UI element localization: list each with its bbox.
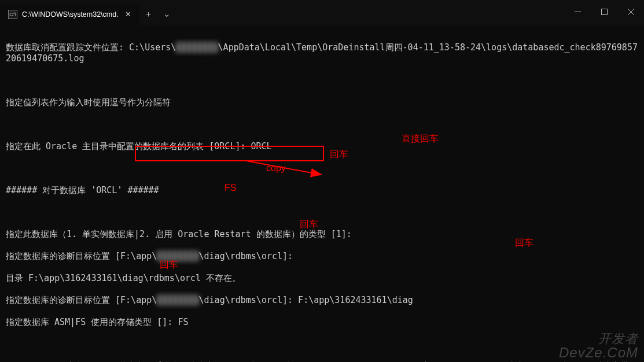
window-controls — [564, 0, 644, 25]
output-line: 指定值列表作为输入时使用逗号作为分隔符 — [6, 97, 638, 108]
output-line: 目录 F:\app\3162433161\diag\rdbms\orcl 不存在… — [6, 273, 638, 284]
tab-title: C:\WINDOWS\system32\cmd. — [22, 10, 119, 19]
close-window-button[interactable] — [617, 0, 644, 23]
output-line: 指定数据库 ASM|FS 使用的存储类型 []: FS — [6, 317, 638, 328]
maximize-button[interactable] — [591, 0, 617, 23]
titlebar-drag-area[interactable] — [176, 0, 564, 25]
output-line: 指定数据库的诊断目标位置 [F:\app\████████\diag\rdbms… — [6, 251, 638, 262]
output-line: 指定此数据库（1. 单实例数据库|2. 启用 Oracle Restart 的数… — [6, 229, 638, 240]
output-line: 数据库取消配置跟踪文件位置: C:\Users\████████\AppData… — [6, 42, 638, 64]
cmd-icon: C:\ — [8, 10, 17, 19]
window-tab[interactable]: C:\ C:\WINDOWS\system32\cmd. ✕ — [0, 3, 139, 25]
svg-rect-1 — [601, 9, 607, 14]
terminal-pane[interactable]: 数据库取消配置跟踪文件位置: C:\Users\████████\AppData… — [0, 25, 644, 362]
output-line: 指定在此 Oracle 主目录中配置的数据库名的列表 [ORCL]: ORCL — [6, 141, 638, 152]
output-line: ###### 对于数据库 'ORCL' ###### — [6, 185, 638, 196]
window-titlebar: C:\ C:\WINDOWS\system32\cmd. ✕ ＋ ⌄ — [0, 0, 644, 25]
tab-close-button[interactable]: ✕ — [123, 9, 134, 20]
watermark: 开发者 DevZe.CoM — [559, 332, 638, 360]
output-line: 指定数据库的诊断目标位置 [F:\app\████████\diag\rdbms… — [6, 295, 638, 306]
minimize-button[interactable] — [564, 0, 591, 23]
new-tab-button[interactable]: ＋ — [139, 5, 158, 23]
tab-dropdown-button[interactable]: ⌄ — [158, 5, 176, 23]
